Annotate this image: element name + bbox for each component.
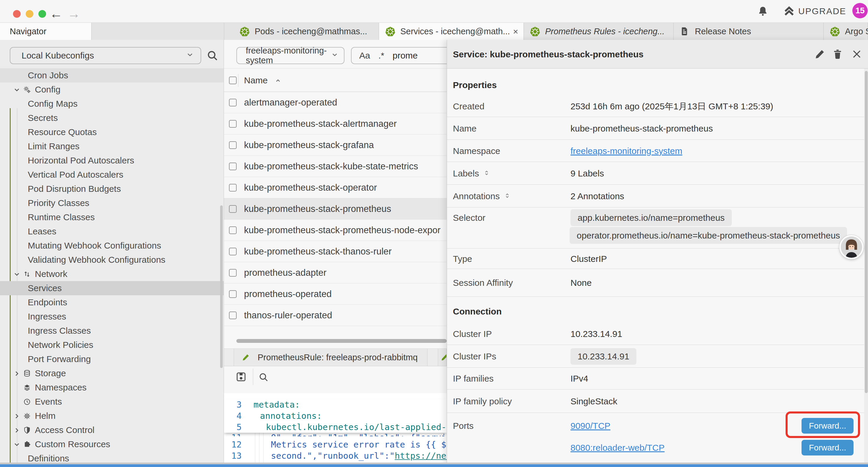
tab-pods-icecheng-mathmas[interactable]: Pods - icecheng@mathmas... bbox=[234, 23, 379, 40]
row-checkbox[interactable] bbox=[229, 290, 237, 298]
sidebar-item-validating-webhook-configurations[interactable]: Validating Webhook Configurations bbox=[0, 253, 224, 267]
sidebar-item-limit-ranges[interactable]: Limit Ranges bbox=[0, 139, 224, 153]
horizontal-scrollbar[interactable] bbox=[236, 339, 447, 343]
port-link[interactable]: 8080:reloader-web/TCP bbox=[570, 443, 665, 453]
upgrade-icon[interactable] bbox=[783, 5, 795, 17]
sidebar-item-resource-quotas[interactable]: Resource Quotas bbox=[0, 125, 224, 139]
sidebar-item-ingresses[interactable]: Ingresses bbox=[0, 310, 224, 324]
row-checkbox[interactable] bbox=[229, 184, 237, 192]
kubeconfig-dropdown[interactable]: Local Kubeconfigs bbox=[10, 47, 201, 64]
sidebar-item-leases[interactable]: Leases bbox=[0, 224, 224, 238]
bell-icon[interactable] bbox=[757, 5, 769, 17]
sidebar-item-ingress-classes[interactable]: Ingress Classes bbox=[0, 324, 224, 338]
sidebar-item-access-control[interactable]: Access Control bbox=[0, 423, 224, 437]
sort-rows-icon[interactable] bbox=[483, 169, 490, 178]
sidebar-item-events[interactable]: Events bbox=[0, 395, 224, 409]
row-checkbox[interactable] bbox=[229, 205, 237, 213]
assistant-avatar[interactable] bbox=[839, 235, 864, 259]
row-checkbox[interactable] bbox=[229, 248, 237, 255]
save-icon[interactable] bbox=[235, 371, 247, 384]
detail-scrollbar-thumb[interactable] bbox=[865, 71, 868, 393]
sidebar-item-horizontal-pod-autoscalers[interactable]: Horizontal Pod Autoscalers bbox=[0, 153, 224, 168]
sidebar-item-priority-classes[interactable]: Priority Classes bbox=[0, 196, 224, 210]
sidebar-scrollbar[interactable] bbox=[220, 205, 223, 368]
sidebar-item-pod-disruption-budgets[interactable]: Pod Disruption Budgets bbox=[0, 182, 224, 196]
chevron-right-icon[interactable] bbox=[13, 370, 21, 377]
table-row[interactable]: prometheus-operated bbox=[224, 284, 447, 305]
sort-rows-icon[interactable] bbox=[504, 191, 511, 201]
service-name: kube-prometheus-stack-operator bbox=[244, 177, 377, 198]
namespace-dropdown[interactable]: freeleaps-monitoring-system bbox=[236, 47, 344, 64]
row-checkbox[interactable] bbox=[229, 226, 237, 234]
editor-search-icon[interactable] bbox=[258, 372, 269, 384]
name-column-header[interactable]: Name bbox=[244, 68, 282, 92]
table-row[interactable]: kube-prometheus-stack-prometheus-node-ex… bbox=[224, 220, 447, 241]
row-checkbox[interactable] bbox=[229, 141, 237, 149]
row-checkbox[interactable] bbox=[229, 269, 237, 276]
sidebar-item-config[interactable]: Config bbox=[0, 83, 224, 97]
yaml-editor[interactable]: 110", "for": "1m", "labels": {"service":… bbox=[224, 393, 447, 464]
sidebar-item-runtime-classes[interactable]: Runtime Classes bbox=[0, 210, 224, 224]
regex-toggle[interactable]: .* bbox=[378, 51, 384, 61]
editor-tab-partial[interactable] bbox=[438, 349, 447, 366]
table-row[interactable]: kube-prometheus-stack-prometheus bbox=[224, 198, 447, 220]
table-row[interactable]: kube-prometheus-stack-kube-state-metrics bbox=[224, 156, 447, 177]
sidebar-item-port-forwarding[interactable]: Port Forwarding bbox=[0, 352, 224, 366]
navigator-tab[interactable]: Navigator bbox=[0, 23, 92, 40]
sidebar-item-helm[interactable]: Helm bbox=[0, 409, 224, 423]
upgrade-label[interactable]: UPGRADE bbox=[798, 6, 846, 16]
sidebar-item-cron-jobs[interactable]: Cron Jobs bbox=[0, 68, 224, 83]
row-checkbox[interactable] bbox=[229, 120, 237, 128]
sidebar-search-icon[interactable] bbox=[206, 49, 219, 62]
tab-prometheus-rules-icecheng[interactable]: Prometheus Rules - icecheng... bbox=[524, 23, 674, 40]
close-icon[interactable] bbox=[851, 49, 862, 60]
table-row[interactable]: kube-prometheus-stack-grafana bbox=[224, 135, 447, 156]
sidebar-item-storage[interactable]: Storage bbox=[0, 366, 224, 380]
port-link[interactable]: 9090/TCP bbox=[570, 421, 610, 431]
sidebar-item-custom-resources[interactable]: Custom Resources bbox=[0, 437, 224, 451]
delete-icon[interactable] bbox=[832, 49, 843, 60]
sidebar-item-network-policies[interactable]: Network Policies bbox=[0, 338, 224, 352]
sidebar-item-secrets[interactable]: Secrets bbox=[0, 111, 224, 125]
table-row[interactable]: kube-prometheus-stack-alertmanager bbox=[224, 113, 447, 135]
table-row[interactable]: kube-prometheus-stack-thanos-ruler bbox=[224, 241, 447, 262]
back-icon[interactable]: ← bbox=[50, 7, 63, 20]
forward-button[interactable]: Forward... bbox=[802, 440, 854, 456]
chevron-down-icon[interactable] bbox=[13, 270, 21, 278]
table-row[interactable]: prometheus-adapter bbox=[224, 262, 447, 284]
forward-icon[interactable]: → bbox=[67, 7, 80, 20]
table-row[interactable]: kube-prometheus-stack-operator bbox=[224, 177, 447, 198]
close-tab-icon[interactable]: × bbox=[513, 27, 518, 37]
tab-argo-se[interactable]: Argo Se bbox=[824, 23, 868, 40]
window-minimize-button[interactable] bbox=[26, 10, 33, 18]
chevron-down-icon[interactable] bbox=[13, 86, 21, 93]
chevron-right-icon[interactable] bbox=[13, 412, 21, 420]
sidebar-item-config-maps[interactable]: Config Maps bbox=[0, 97, 224, 111]
sidebar-item-namespaces[interactable]: Namespaces bbox=[0, 380, 224, 395]
sidebar-item-services[interactable]: Services bbox=[0, 281, 224, 295]
table-row[interactable]: thanos-ruler-operated bbox=[224, 305, 447, 326]
filter-input[interactable]: Aa .* prome bbox=[351, 47, 447, 64]
sidebar-item-endpoints[interactable]: Endpoints bbox=[0, 295, 224, 310]
tab-services-icecheng-math[interactable]: Services - icecheng@math...× bbox=[379, 23, 524, 40]
edit-icon[interactable] bbox=[814, 49, 826, 60]
window-close-button[interactable] bbox=[13, 10, 21, 18]
sidebar-item-vertical-pod-autoscalers[interactable]: Vertical Pod Autoscalers bbox=[0, 168, 224, 182]
chevron-right-icon[interactable] bbox=[13, 426, 21, 434]
namespace-link[interactable]: freeleaps-monitoring-system bbox=[570, 146, 682, 156]
notification-badge[interactable]: 15 bbox=[852, 3, 868, 18]
select-all-checkbox[interactable] bbox=[229, 77, 237, 84]
sidebar-item-mutating-webhook-configurations[interactable]: Mutating Webhook Configurations bbox=[0, 238, 224, 253]
match-case-toggle[interactable]: Aa bbox=[359, 51, 370, 61]
sidebar-item-network[interactable]: Network bbox=[0, 267, 224, 281]
table-row[interactable]: alertmanager-operated bbox=[224, 92, 447, 113]
row-checkbox[interactable] bbox=[229, 99, 237, 107]
window-zoom-button[interactable] bbox=[38, 10, 46, 18]
row-checkbox[interactable] bbox=[229, 312, 237, 319]
tab-release-notes[interactable]: Release Notes bbox=[674, 23, 824, 40]
chevron-down-icon[interactable] bbox=[13, 440, 21, 448]
editor-tab-prometheusrule[interactable]: PrometheusRule: freeleaps-prod-rabbitmq bbox=[234, 349, 428, 366]
sort-ascending-icon[interactable] bbox=[274, 77, 282, 84]
row-checkbox[interactable] bbox=[229, 163, 237, 170]
pencil-icon bbox=[440, 353, 447, 361]
